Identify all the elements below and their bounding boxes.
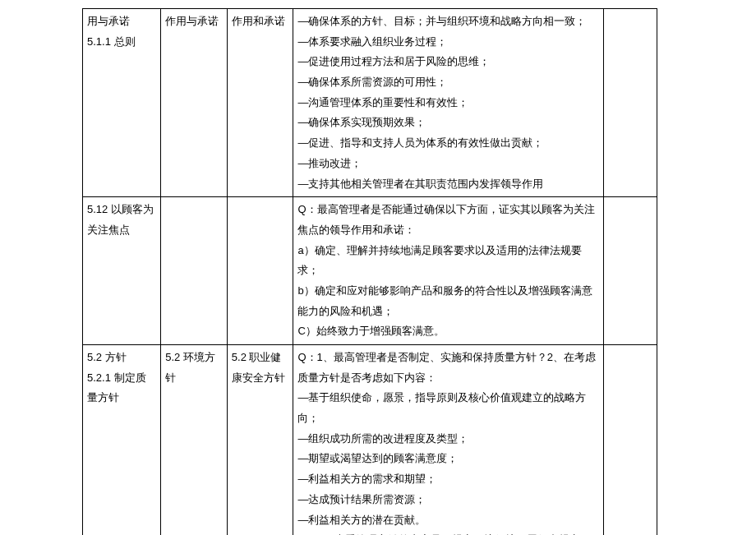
cell-clause-q: 用与承诺5.1.1 总则: [83, 9, 161, 197]
cell-content: Q：1、最高管理者是否制定、实施和保持质量方针？2、在考虑质量方针是否考虑如下内…: [293, 345, 603, 536]
cell-clause-e: 5.2 环境方针: [161, 345, 228, 536]
table-row: 用与承诺5.1.1 总则 作用与承诺 作用和承诺 —确保体系的方针、目标；并与组…: [83, 9, 657, 197]
cell-clause-s: 5.2 职业健康安全方针: [227, 345, 293, 536]
table-row: 5.12 以顾客为关注焦点 Q：最高管理者是否能通过确保以下方面，证实其以顾客为…: [83, 197, 657, 345]
cell-clause-q: 5.2 方针5.2.1 制定质量方针: [83, 345, 161, 536]
audit-table: 用与承诺5.1.1 总则 作用与承诺 作用和承诺 —确保体系的方针、目标；并与组…: [82, 8, 657, 535]
cell-clause-e: 作用与承诺: [161, 9, 228, 197]
cell-remark: [603, 9, 657, 197]
cell-content: Q：最高管理者是否能通过确保以下方面，证实其以顾客为关注焦点的领导作用和承诺：a…: [293, 197, 603, 345]
cell-remark: [603, 345, 657, 536]
cell-content: —确保体系的方针、目标；并与组织环境和战略方向相一致；—体系要求融入组织业务过程…: [293, 9, 603, 197]
cell-clause-s: [227, 197, 293, 345]
cell-clause-e: [161, 197, 228, 345]
table-row: 5.2 方针5.2.1 制定质量方针 5.2 环境方针 5.2 职业健康安全方针…: [83, 345, 657, 536]
cell-clause-s: 作用和承诺: [227, 9, 293, 197]
cell-remark: [603, 197, 657, 345]
cell-clause-q: 5.12 以顾客为关注焦点: [83, 197, 161, 345]
